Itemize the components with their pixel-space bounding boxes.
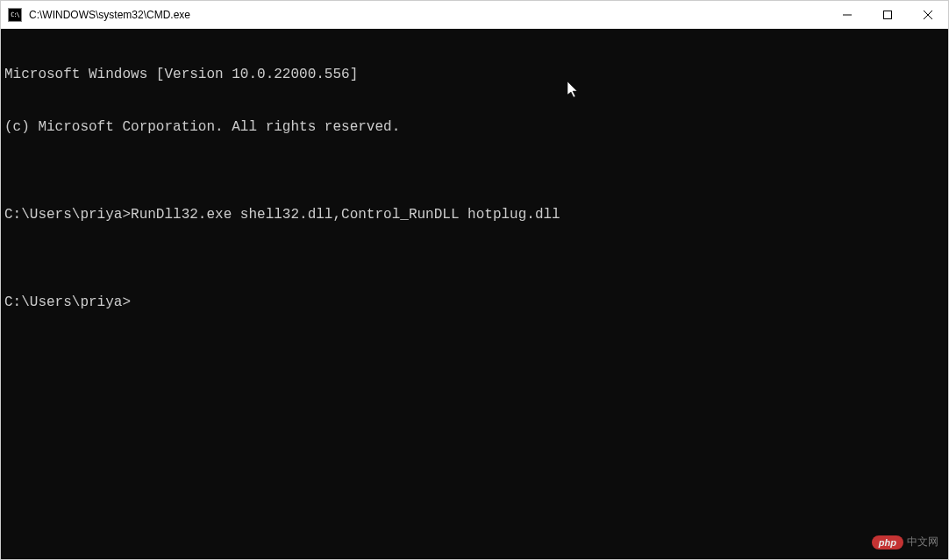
close-button[interactable]: [908, 1, 948, 28]
maximize-button[interactable]: [867, 1, 908, 28]
window-controls: [827, 1, 948, 28]
minimize-button[interactable]: [827, 1, 867, 28]
watermark: php 中文网: [872, 535, 938, 549]
close-icon: [924, 11, 932, 19]
watermark-badge: php: [872, 535, 903, 549]
terminal-prompt: C:\Users\priya>: [4, 294, 945, 311]
terminal-area[interactable]: Microsoft Windows [Version 10.0.22000.55…: [1, 29, 948, 559]
terminal-line: C:\Users\priya>RunDll32.exe shell32.dll,…: [4, 206, 945, 223]
titlebar[interactable]: C:\ C:\WINDOWS\system32\CMD.exe: [1, 1, 948, 29]
cmd-icon: C:\: [8, 8, 22, 22]
watermark-text: 中文网: [907, 535, 938, 549]
maximize-icon: [883, 11, 892, 19]
minimize-icon: [843, 11, 852, 19]
svg-rect-1: [884, 11, 892, 18]
cmd-window: C:\ C:\WINDOWS\system32\CMD.exe M: [0, 0, 949, 560]
mouse-cursor-icon: [567, 82, 580, 99]
terminal-line: (c) Microsoft Corporation. All rights re…: [4, 118, 945, 136]
window-title: C:\WINDOWS\system32\CMD.exe: [29, 9, 827, 21]
terminal-line: Microsoft Windows [Version 10.0.22000.55…: [4, 66, 945, 83]
